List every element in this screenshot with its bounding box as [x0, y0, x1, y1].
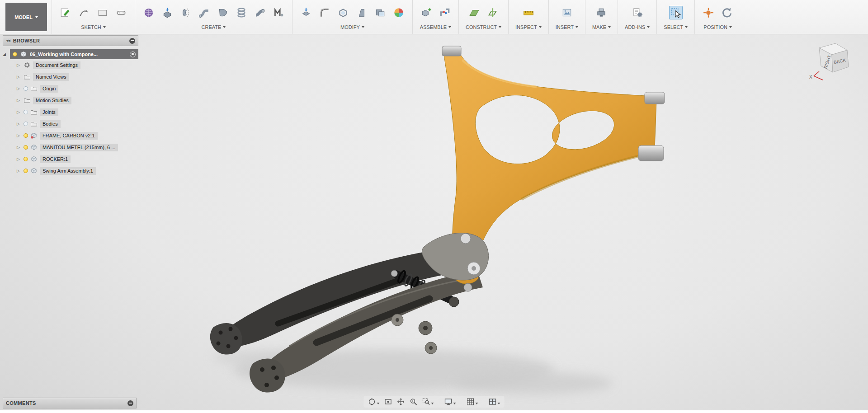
tree-item-manitou-shock[interactable]: ▷ MANITOU METEL (215mm), 6 ... [3, 141, 138, 153]
expand-arrow-icon[interactable]: ▷ [17, 110, 21, 114]
comments-header[interactable]: COMMENTS [3, 398, 137, 408]
collapse-panel-icon[interactable]: ◀◀ [6, 39, 10, 42]
appearance-icon[interactable] [392, 6, 406, 19]
tree-item-label[interactable]: Motion Studies [33, 97, 71, 104]
toolbar-menu-position[interactable]: POSITION [703, 24, 732, 30]
viewports-button[interactable] [487, 397, 502, 407]
model-viewport[interactable]: RIGHT BACK X ◀◀ BROWSER ◢ 06_Working wit… [0, 34, 868, 410]
insert-image-icon[interactable] [560, 6, 574, 19]
create-form-icon[interactable] [142, 6, 156, 19]
tree-item-label[interactable]: Document Settings [33, 61, 80, 69]
tree-item-label[interactable]: Origin [40, 85, 58, 93]
expand-arrow-icon[interactable]: ▷ [17, 122, 21, 126]
orbit-button[interactable] [367, 397, 381, 407]
expand-arrow-icon[interactable]: ▷ [17, 75, 21, 79]
sweep-icon[interactable] [198, 6, 211, 19]
view-cube[interactable]: RIGHT BACK X [806, 38, 860, 85]
draft-icon[interactable] [355, 6, 368, 19]
zoom-button[interactable] [408, 397, 419, 407]
tree-item-origin[interactable]: ▷ Origin [3, 83, 138, 94]
project-geometry-icon[interactable] [77, 6, 91, 19]
visibility-bulb-icon[interactable] [24, 122, 28, 126]
select-tool-icon[interactable] [669, 6, 683, 19]
toolbar-menu-addins[interactable]: ADD-INS [625, 24, 650, 30]
create-sketch-icon[interactable] [59, 6, 72, 19]
pipe-icon[interactable] [253, 6, 267, 19]
toolbar-menu-inspect[interactable]: INSPECT [515, 24, 542, 30]
root-component[interactable]: 06_Working with Compone... [10, 49, 138, 59]
visibility-bulb-icon[interactable] [13, 52, 17, 56]
toolbar-menu-create[interactable]: CREATE [202, 24, 226, 30]
revolve-icon[interactable] [179, 6, 193, 19]
toolbar-menu-make[interactable]: MAKE [592, 24, 611, 30]
extrude-icon[interactable] [160, 6, 174, 19]
tree-item-label[interactable]: Swing Arm Assembly:1 [40, 167, 96, 175]
scripts-addins-icon[interactable] [631, 6, 644, 19]
tree-item-motion-studies[interactable]: ▷ Motion Studies [3, 94, 138, 106]
tree-item-label[interactable]: MANITOU METEL (215mm), 6 ... [40, 144, 118, 151]
construction-axis-icon[interactable] [486, 6, 500, 19]
visibility-bulb-icon[interactable] [24, 133, 28, 138]
visibility-bulb-icon[interactable] [24, 145, 28, 150]
toolbar-menu-insert[interactable]: INSERT [556, 24, 578, 30]
tree-item-label[interactable]: Named Views [33, 73, 69, 81]
toolbar-menu-construct[interactable]: CONSTRUCT [466, 24, 501, 30]
tree-root-row[interactable]: ◢ 06_Working with Compone... [3, 49, 138, 59]
expand-arrow-icon[interactable]: ◢ [3, 52, 8, 56]
workspace-switcher-button[interactable]: MODEL [5, 3, 47, 31]
expand-arrow-icon[interactable]: ▷ [17, 145, 21, 150]
tree-item-named-views[interactable]: ▷ Named Views [3, 71, 138, 83]
tree-item-frame-carbon[interactable]: ▷ FRAME, CARBON v2:1 [3, 130, 138, 141]
measure-icon[interactable] [522, 6, 535, 19]
tree-item-joints[interactable]: ▷ Joints [3, 106, 138, 118]
comments-options-button[interactable] [127, 400, 133, 406]
grid-settings-button[interactable] [465, 397, 480, 407]
expand-arrow-icon[interactable]: ▷ [17, 98, 21, 103]
expand-arrow-icon[interactable]: ▷ [17, 133, 21, 138]
loft-icon[interactable] [216, 6, 230, 19]
coil-icon[interactable] [235, 6, 248, 19]
activate-component-radio[interactable] [130, 52, 136, 57]
tree-item-bodies[interactable]: ▷ Bodies [3, 118, 138, 130]
sketch-rectangle-icon[interactable] [96, 6, 109, 19]
toolbar-menu-sketch[interactable]: SKETCH [81, 24, 106, 30]
visibility-bulb-icon[interactable] [24, 86, 28, 91]
expand-arrow-icon[interactable]: ▷ [17, 157, 21, 161]
press-pull-icon[interactable] [299, 6, 313, 19]
visibility-bulb-icon[interactable] [24, 169, 28, 173]
fillet-icon[interactable] [318, 6, 331, 19]
folder-icon [24, 97, 31, 104]
tree-item-label[interactable]: FRAME, CARBON v2:1 [40, 132, 98, 140]
zoom-window-button[interactable] [421, 397, 435, 407]
mirror-icon[interactable] [272, 6, 285, 19]
3d-print-icon[interactable] [594, 6, 608, 19]
expand-arrow-icon[interactable]: ▷ [17, 86, 21, 91]
tree-item-label[interactable]: ROCKER:1 [40, 155, 71, 163]
toolbar-group-sketch: SKETCH [52, 0, 135, 34]
visibility-bulb-icon[interactable] [24, 110, 28, 114]
display-settings-button[interactable] [443, 397, 458, 407]
visibility-bulb-icon[interactable] [24, 157, 28, 161]
look-at-button[interactable] [383, 397, 394, 407]
shell-icon[interactable] [336, 6, 350, 19]
tree-item-label[interactable]: Bodies [40, 120, 61, 128]
browser-header[interactable]: ◀◀ BROWSER [3, 35, 138, 46]
sketch-slot-icon[interactable] [114, 6, 128, 19]
capture-position-icon[interactable] [702, 6, 715, 19]
tree-item-document-settings[interactable]: ▷ Document Settings [3, 59, 138, 71]
new-component-icon[interactable] [420, 6, 433, 19]
tree-item-swing-arm[interactable]: ▷ Swing Arm Assembly:1 [3, 165, 138, 177]
toolbar-menu-assemble[interactable]: ASSEMBLE [420, 24, 451, 30]
tree-item-rocker[interactable]: ▷ ROCKER:1 [3, 153, 138, 165]
expand-arrow-icon[interactable]: ▷ [17, 63, 21, 67]
pan-button[interactable] [396, 397, 406, 407]
toolbar-menu-modify[interactable]: MODIFY [340, 24, 364, 30]
offset-plane-icon[interactable] [467, 6, 481, 19]
browser-options-button[interactable] [129, 38, 135, 44]
toolbar-menu-select[interactable]: SELECT [664, 24, 688, 30]
expand-arrow-icon[interactable]: ▷ [17, 169, 21, 173]
combine-icon[interactable] [373, 6, 387, 19]
tree-item-label[interactable]: Joints [40, 108, 58, 116]
joint-icon[interactable] [438, 6, 452, 19]
revert-position-icon[interactable] [720, 6, 734, 19]
